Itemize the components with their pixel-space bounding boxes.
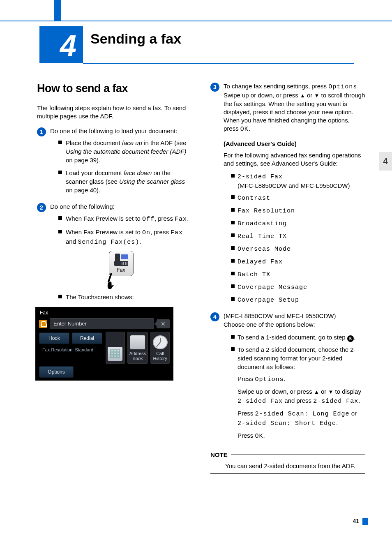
adv-item-batch: Batch TX: [231, 270, 365, 279]
t: (MFC-L8850CDW and MFC-L9550CDW): [238, 182, 350, 189]
t: Batch TX: [238, 271, 270, 278]
t: .: [284, 375, 286, 382]
note-body: You can send 2-sided documents from the …: [210, 458, 365, 473]
step2-bullet-on: When Fax Preview is set to On, press Fax…: [58, 228, 192, 247]
backspace-button[interactable]: ✕: [157, 319, 170, 328]
t: Contrast: [238, 195, 270, 202]
t: .: [187, 215, 189, 222]
t: in the ADF (see: [142, 139, 187, 146]
t: on page 40).: [66, 187, 100, 194]
t: When Fax Preview is set to: [66, 215, 142, 222]
adv-item-cover-setup: Coverpage Setup: [231, 295, 365, 305]
t: Fax: [171, 229, 183, 236]
dialpad-icon: [108, 347, 122, 361]
chapter-badge: 4: [39, 26, 83, 63]
clock-icon: [153, 335, 168, 349]
step-4: 4 (MFC-L8850CDW and MFC-L9550CDW) Choose…: [210, 312, 365, 443]
right-column: 3 To change fax sending settings, press …: [210, 82, 365, 525]
section-intro: The following steps explain how to send …: [37, 104, 192, 121]
section-title: How to send a fax: [37, 82, 192, 95]
note-box: NOTE You can send 2-sided documents from…: [210, 451, 365, 474]
t: or: [305, 92, 314, 99]
t: Press: [238, 410, 255, 417]
t: 2-sided Scan: Long Edge: [255, 411, 350, 418]
address-book-tile[interactable]: Address Book: [127, 332, 148, 364]
chapter-number: 4: [60, 29, 76, 62]
touchscreen-label: The Touchscreen shows:: [58, 293, 192, 301]
step4-models: (MFC-L8850CDW and MFC-L9550CDW): [224, 312, 336, 319]
call-history-tile[interactable]: Call History: [150, 332, 170, 364]
step1-text: Do one of the following to load your doc…: [50, 127, 177, 134]
page-number: 41: [353, 518, 359, 524]
call-history-label: Call History: [152, 351, 168, 361]
t: or: [319, 388, 328, 395]
adv-item-contrast: Contrast: [231, 193, 365, 203]
t: and press: [283, 397, 313, 404]
adv-item-2sided: 2-sided Fax(MFC-L8850CDW and MFC-L9550CD…: [231, 172, 365, 190]
t: .: [249, 125, 250, 132]
step4-bullet-1sided: To send a 1-sided document, go to step 5…: [231, 333, 365, 342]
adv-item-realtime: Real Time TX: [231, 231, 365, 241]
address-book-label: Address Book: [129, 351, 146, 361]
t: 2-sided Fax: [238, 173, 283, 180]
t: , press: [154, 215, 175, 222]
step-1: 1 Do one of the following to load your d…: [37, 127, 192, 199]
t: 2-sided Fax: [238, 398, 283, 405]
t: face down: [124, 169, 152, 176]
fax-shortcut-figure: Fax: [101, 251, 141, 289]
t: Load your document: [66, 169, 124, 176]
t: Off: [142, 216, 154, 223]
phone-icon[interactable]: [39, 320, 47, 328]
address-book-icon: [130, 335, 145, 349]
advanced-heading: (Advanced User's Guide): [224, 140, 365, 148]
note-bottom-rule: [210, 473, 365, 474]
note-title: NOTE: [210, 451, 228, 458]
chapter-underline: [83, 63, 354, 64]
t: Real Time TX: [238, 233, 287, 240]
step2-text: Do one of the following:: [50, 203, 115, 210]
step-ref-5: 5: [347, 335, 354, 342]
fax-icon: [114, 254, 128, 266]
dialpad-tile[interactable]: [106, 332, 125, 364]
step4-lead: Choose one of the options below:: [224, 321, 315, 328]
t: on page 39).: [66, 157, 100, 164]
t: .: [354, 334, 355, 341]
adv-item-delayed: Delayed Fax: [231, 257, 365, 266]
t: To send a 1-sided document, go to step: [238, 334, 347, 341]
enter-number-field[interactable]: Enter Number: [50, 318, 154, 329]
step-2: 2 Do one of the following: When Fax Prev…: [37, 203, 192, 303]
options-button[interactable]: Options: [39, 366, 74, 378]
t: .: [336, 419, 338, 426]
t: Options: [255, 376, 284, 383]
step-3: 3 To change fax sending settings, press …: [210, 82, 365, 308]
hand-icon: [105, 273, 117, 289]
side-tab: 4: [379, 152, 392, 171]
t: Coverpage Setup: [238, 297, 299, 304]
ts-title: Fax: [36, 307, 173, 317]
t: Broadcasting: [238, 220, 287, 227]
step-badge-3: 3: [210, 83, 219, 92]
t: face up: [122, 139, 142, 146]
up-arrow-icon: ▲: [300, 92, 305, 99]
step1-bullet-adf: Place the document face up in the ADF (s…: [58, 138, 192, 164]
t: Using the automatic document feeder (ADF…: [66, 148, 186, 155]
header-divider: [0, 21, 392, 21]
t: and: [66, 238, 78, 245]
step1-bullet-glass: Load your document face down on the scan…: [58, 169, 192, 194]
t: To change fax sending settings, press: [224, 83, 328, 90]
page-marker: [362, 518, 368, 525]
down-arrow-icon: ▼: [314, 92, 320, 99]
header-tab: [54, 0, 61, 21]
step-badge-2: 2: [37, 203, 46, 212]
left-column: How to send a fax The following steps ex…: [37, 82, 192, 525]
t: Fax: [175, 216, 187, 223]
t: 2-sided Fax: [313, 398, 358, 405]
adv-item-overseas: Overseas Mode: [231, 244, 365, 254]
t: Sending Fax(es): [78, 239, 139, 246]
t: OK: [255, 433, 263, 440]
adv-item-cover-msg: Coverpage Message: [231, 282, 365, 292]
t: Swipe up or down, or press: [238, 388, 314, 395]
step2-bullet-off: When Fax Preview is set to Off, press Fa…: [58, 214, 192, 224]
step4-bullet-2sided: To send a 2-sided document, choose the 2…: [231, 345, 365, 440]
t: Delayed Fax: [238, 259, 283, 265]
